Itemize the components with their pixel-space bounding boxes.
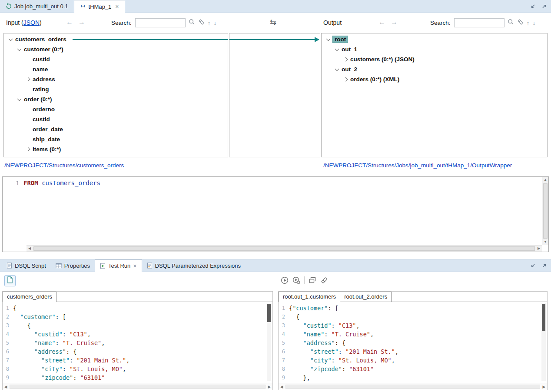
horizontal-scrollbar[interactable]: ◀ ▶ [279,383,547,390]
chevron-collapsed-icon[interactable] [26,77,30,82]
input-structure-link[interactable]: /NEWPROJECT/Structures/customers_orders [4,162,124,169]
search-icon[interactable] [189,19,195,27]
search-icon[interactable] [508,19,514,27]
tab-label: DSQL Parameterized Expressions [155,262,241,269]
tree-node-name[interactable]: name [4,64,228,74]
output-search-field[interactable] [454,18,505,27]
scrollbar-thumb[interactable] [285,385,540,389]
scroll-down-icon[interactable]: ▼ [542,239,548,245]
search-next-icon[interactable]: ↓ [533,20,536,26]
tree-node-custid[interactable]: custid [4,54,228,64]
run-config-button[interactable] [292,276,300,284]
code-token: : [73,373,80,382]
vertical-scrollbar[interactable] [267,303,271,381]
open-in-window-button[interactable] [309,276,316,284]
tab-job[interactable]: Job job_multi_out 0.1 [0,0,74,13]
output-back-icon[interactable]: ← [378,19,385,26]
tree-node-custid[interactable]: custid [4,114,228,124]
tree-node-address[interactable]: address [4,74,228,84]
input-tree-panel: customers_orderscustomer (0:*)custidname… [3,33,228,157]
scrollbar-thumb[interactable] [33,246,535,251]
tab-dsql-parameterized-expressions[interactable]: DSQL Parameterized Expressions [142,259,246,272]
input-forward-icon[interactable]: → [78,19,85,26]
chevron-collapsed-icon[interactable] [344,57,348,62]
search-next-icon[interactable]: ↓ [214,20,217,26]
mapping-canvas[interactable] [229,33,320,157]
chevron-expanded-icon[interactable] [335,66,339,71]
test-output-code[interactable]: 1{"customer": [2 {3 "custid": "C13",4 "n… [279,302,540,382]
minimize-view-icon[interactable] [530,262,536,269]
scrollbar-thumb[interactable] [10,385,266,389]
tree-node-rating[interactable]: rating [4,84,228,94]
tab-root-out-1-customers[interactable]: root.out_1.customers [279,292,340,302]
script-horizontal-scrollbar[interactable]: ◀ ▶ [27,245,542,252]
input-search-field[interactable] [135,18,186,27]
chevron-expanded-icon[interactable] [335,47,339,51]
scrollbar-thumb[interactable] [542,304,545,331]
scroll-left-icon[interactable]: ◀ [279,384,285,390]
chevron-expanded-icon[interactable] [9,37,13,41]
tree-node-out-1[interactable]: out_1 [322,44,547,54]
chevron-collapsed-icon[interactable] [344,77,348,82]
tree-node-label: address [33,76,55,83]
scroll-right-icon[interactable]: ▶ [536,246,542,252]
vertical-scrollbar[interactable] [541,303,546,381]
tree-node-customer-0[interactable]: customer (0:*) [4,44,228,54]
close-icon[interactable]: × [133,262,136,269]
test-input-code[interactable]: 1{2 "customer": [3 {4 "custid": "C13",5 … [3,302,266,382]
script-vertical-scrollbar[interactable]: ▲ ▼ [542,177,548,245]
tab-properties[interactable]: Properties [51,259,95,272]
tree-node-out-2[interactable]: out_2 [322,64,547,74]
tab-root-out-2-orders[interactable]: root.out_2.orders [340,292,392,302]
line-number: 1 [3,179,23,187]
tree-node-order-0[interactable]: order (0:*) [4,94,228,104]
script-content[interactable]: 1FROM customers_orders [3,177,541,245]
mapping-arrow [229,33,320,47]
chevron-expanded-icon[interactable] [17,47,22,51]
search-prev-icon[interactable]: ↑ [208,20,211,26]
mapping-link-line[interactable] [73,39,228,40]
search-prev-icon[interactable]: ↑ [527,20,530,26]
tree-node-root[interactable]: root [322,34,547,44]
tree-node-customers-0-json[interactable]: customers (0:*) (JSON) [322,54,547,64]
chevron-expanded-icon[interactable] [326,37,331,41]
scroll-right-icon[interactable]: ▶ [266,384,272,390]
horizontal-scrollbar[interactable]: ◀ ▶ [3,383,272,390]
code-line: 1{"customer": [ [279,304,540,312]
chevron-expanded-icon[interactable] [17,96,22,101]
close-icon[interactable]: × [115,3,119,10]
tab-thmap[interactable]: tHMap_1 × [74,0,125,13]
tab-customers-orders[interactable]: customers_orders [3,292,56,302]
code-token: "63101" [80,373,105,382]
scroll-right-icon[interactable]: ▶ [541,384,547,390]
dsql-script-editor[interactable]: 1FROM customers_orders ▲ ▼ ◀ ▶ [2,176,549,252]
scroll-left-icon[interactable]: ◀ [3,384,9,390]
swap-input-output-icon[interactable]: ⇆ [270,17,276,27]
clear-search-icon[interactable] [198,19,205,27]
scrollbar-thumb[interactable] [543,183,548,239]
maximize-view-icon[interactable] [541,3,548,10]
tree-node-order-date[interactable]: order_date [4,124,228,134]
tab-test-run[interactable]: Test Run × [95,259,142,272]
tree-node-ship-date[interactable]: ship_date [4,134,228,144]
output-forward-icon[interactable]: → [391,19,398,26]
scrollbar-thumb[interactable] [267,304,271,322]
clear-search-icon[interactable] [517,19,524,27]
output-structure-link[interactable]: /NEWPROJECT/Structures/Jobs/job_multi_ou… [323,162,512,169]
tree-node-orderno[interactable]: orderno [4,104,228,114]
tree-node-items-0[interactable]: items (0:*) [4,144,228,154]
code-token [289,321,303,330]
run-test-button[interactable] [281,276,289,284]
scroll-up-icon[interactable]: ▲ [542,177,548,183]
minimize-view-icon[interactable] [530,3,536,10]
new-test-document-button[interactable] [4,275,16,286]
scroll-left-icon[interactable]: ◀ [27,246,33,252]
tree-node-orders-0-xml[interactable]: orders (0:*) (XML) [322,74,547,84]
maximize-view-icon[interactable] [541,262,548,269]
chevron-collapsed-icon[interactable] [26,147,30,152]
input-back-icon[interactable]: ← [66,19,73,26]
input-format-link[interactable]: JSON [23,19,40,26]
tree-node-label: order_date [33,126,63,133]
clear-results-button[interactable] [320,276,328,284]
tab-dsql-script[interactable]: DSQL Script [2,259,51,272]
